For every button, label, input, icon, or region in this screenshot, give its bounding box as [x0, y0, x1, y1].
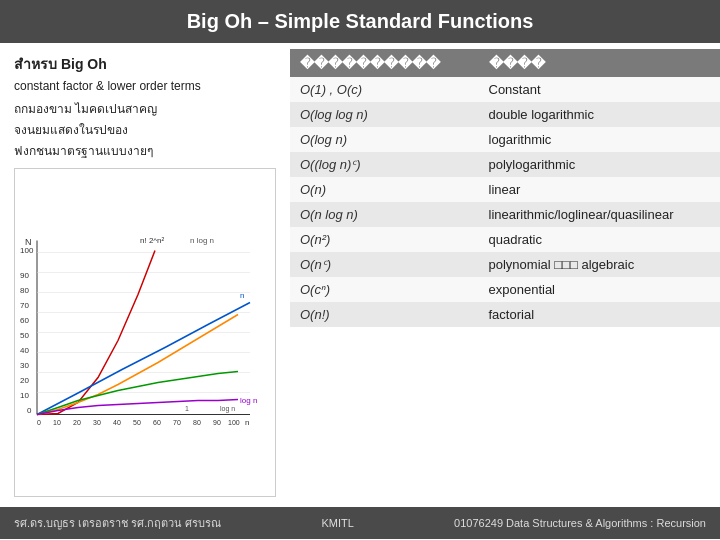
- svg-text:20: 20: [20, 376, 29, 385]
- page-title: Big Oh – Simple Standard Functions: [187, 10, 534, 32]
- table-header-row: ���������� ����: [290, 49, 720, 77]
- table-row: O(log log n)double logarithmic: [290, 102, 720, 127]
- table-row: O(nᶜ)polynomial □□□ algebraic: [290, 252, 720, 277]
- table-cell-func: O(1) , O(c): [290, 77, 479, 102]
- svg-text:80: 80: [20, 286, 29, 295]
- left-title: สำหรบ Big Oh: [14, 53, 276, 75]
- table-cell-desc: polynomial □□□ algebraic: [479, 252, 721, 277]
- table-row: O(log n)logarithmic: [290, 127, 720, 152]
- table-cell-desc: double logarithmic: [479, 102, 721, 127]
- table-cell-func: O(nᶜ): [290, 252, 479, 277]
- col1-header: ����������: [290, 49, 479, 77]
- table-cell-func: O(log log n): [290, 102, 479, 127]
- table-cell-desc: polylogarithmic: [479, 152, 721, 177]
- svg-text:70: 70: [173, 419, 181, 426]
- svg-text:100: 100: [228, 419, 240, 426]
- svg-text:80: 80: [193, 419, 201, 426]
- svg-text:n! 2^n²: n! 2^n²: [140, 236, 165, 245]
- table-row: O(cⁿ)exponential: [290, 277, 720, 302]
- table-cell-desc: linear: [479, 177, 721, 202]
- main-content: สำหรบ Big Oh constant factor & lower ord…: [0, 43, 720, 507]
- table-cell-func: O(cⁿ): [290, 277, 479, 302]
- table-cell-desc: quadratic: [479, 227, 721, 252]
- table-cell-desc: Constant: [479, 77, 721, 102]
- svg-text:60: 60: [153, 419, 161, 426]
- graph-area: N 100 90 80 70 60 50 40 30 20 10 0 0 10 …: [14, 168, 276, 497]
- svg-text:log n: log n: [240, 396, 257, 405]
- left-desc3: ฟงกชนมาตรฐานแบบงายๆ: [14, 141, 276, 160]
- svg-text:30: 30: [20, 361, 29, 370]
- footer-course: 01076249 Data Structures & Algorithms : …: [454, 517, 706, 529]
- table-cell-desc: linearithmic/loglinear/quasilinear: [479, 202, 721, 227]
- table-row: O((log n)ᶜ)polylogarithmic: [290, 152, 720, 177]
- left-subtitle: constant factor & lower order terms: [14, 79, 276, 93]
- svg-text:0: 0: [27, 406, 32, 415]
- svg-text:40: 40: [113, 419, 121, 426]
- table-cell-desc: logarithmic: [479, 127, 721, 152]
- svg-text:100: 100: [20, 246, 34, 255]
- table-row: O(n)linear: [290, 177, 720, 202]
- svg-text:0: 0: [37, 419, 41, 426]
- left-desc2: จงนยมแสดงในรปของ: [14, 120, 276, 139]
- svg-text:n: n: [245, 418, 249, 427]
- left-panel: สำหรบ Big Oh constant factor & lower ord…: [0, 43, 290, 507]
- svg-text:30: 30: [93, 419, 101, 426]
- footer-authors: รศ.ดร.บญธร เตรอตราช รศ.กฤตวน ศรบรณ: [14, 514, 221, 532]
- table-cell-func: O(log n): [290, 127, 479, 152]
- svg-text:1: 1: [185, 405, 189, 412]
- table-cell-desc: factorial: [479, 302, 721, 327]
- table-row: O(n log n)linearithmic/loglinear/quasili…: [290, 202, 720, 227]
- table-cell-func: O(n²): [290, 227, 479, 252]
- left-desc1: ถกมองขาม ไมคดเปนสาคญ: [14, 99, 276, 118]
- table-row: O(n²)quadratic: [290, 227, 720, 252]
- svg-text:10: 10: [53, 419, 61, 426]
- table-row: O(n!)factorial: [290, 302, 720, 327]
- table-body: O(1) , O(c)ConstantO(log log n)double lo…: [290, 77, 720, 327]
- svg-text:n: n: [240, 291, 244, 300]
- svg-text:n log n: n log n: [190, 236, 214, 245]
- right-panel: ���������� ���� O(1) , O(c)ConstantO(log…: [290, 43, 720, 507]
- table-row: O(1) , O(c)Constant: [290, 77, 720, 102]
- table-cell-desc: exponential: [479, 277, 721, 302]
- svg-text:70: 70: [20, 301, 29, 310]
- col2-header: ����: [479, 49, 721, 77]
- footer: รศ.ดร.บญธร เตรอตราช รศ.กฤตวน ศรบรณ KMITL…: [0, 507, 720, 539]
- footer-institute: KMITL: [322, 517, 354, 529]
- table-cell-func: O(n!): [290, 302, 479, 327]
- svg-text:50: 50: [20, 331, 29, 340]
- table-cell-func: O(n log n): [290, 202, 479, 227]
- table-cell-func: O((log n)ᶜ): [290, 152, 479, 177]
- svg-text:10: 10: [20, 391, 29, 400]
- svg-text:log n: log n: [220, 405, 235, 413]
- svg-text:90: 90: [213, 419, 221, 426]
- svg-text:90: 90: [20, 271, 29, 280]
- table-cell-func: O(n): [290, 177, 479, 202]
- page-header: Big Oh – Simple Standard Functions: [0, 0, 720, 43]
- svg-text:20: 20: [73, 419, 81, 426]
- svg-text:60: 60: [20, 316, 29, 325]
- functions-table: ���������� ���� O(1) , O(c)ConstantO(log…: [290, 49, 720, 327]
- svg-text:40: 40: [20, 346, 29, 355]
- svg-text:50: 50: [133, 419, 141, 426]
